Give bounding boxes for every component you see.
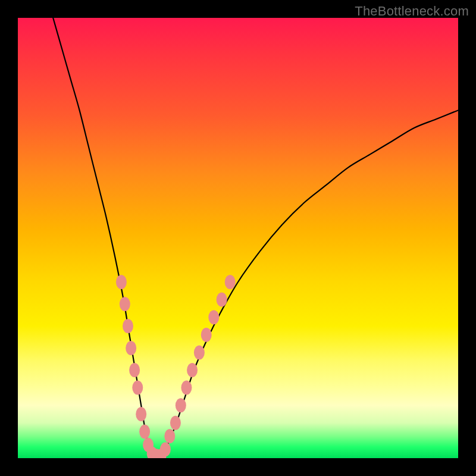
marker-dot [120, 297, 130, 311]
marker-dot [194, 345, 205, 359]
marker-dot [187, 363, 198, 377]
chart-container: TheBottleneck.com [0, 0, 476, 476]
marker-dot [123, 319, 133, 333]
marker-dot [225, 275, 236, 289]
highlight-dots [116, 275, 236, 458]
marker-dot [136, 407, 146, 421]
bottleneck-curve [53, 18, 458, 458]
watermark-text: TheBottleneck.com [355, 4, 469, 19]
marker-dot [181, 381, 192, 395]
marker-dot [132, 381, 143, 395]
marker-dot [139, 425, 150, 439]
marker-dot [176, 398, 186, 412]
marker-dot [164, 429, 175, 443]
marker-dot [201, 328, 212, 342]
chart-svg [18, 18, 458, 458]
marker-dot [217, 293, 227, 307]
marker-dot [160, 442, 171, 456]
marker-dot [116, 275, 127, 289]
plot-area [18, 18, 458, 458]
marker-dot [126, 341, 136, 355]
marker-dot [129, 363, 140, 377]
marker-dot [170, 416, 181, 430]
marker-dot [208, 310, 219, 324]
